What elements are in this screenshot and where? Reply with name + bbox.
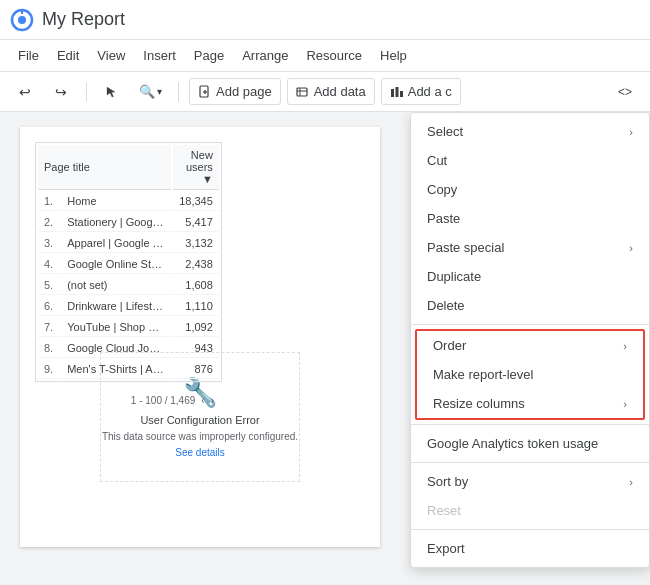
add-chart-button[interactable]: Add a c [381,78,461,105]
ctx-item-order[interactable]: Order› [417,331,643,360]
row-value: 876 [173,360,219,379]
row-value: 18,345 [173,192,219,211]
add-chart-label: Add a c [408,84,452,99]
zoom-icon: 🔍 [139,84,155,99]
table-row: 4.Google Online Store2,438 [38,255,219,274]
error-details-link[interactable]: See details [175,447,224,458]
row-num: 7. [38,318,59,337]
ctx-item-label: Copy [427,182,457,197]
row-page: Google Online Store [61,255,171,274]
title-bar: My Report [0,0,650,40]
ctx-item-paste-special[interactable]: Paste special› [411,233,649,262]
ctx-item-make-report-level[interactable]: Make report-level [417,360,643,389]
add-data-icon [296,85,310,99]
ctx-item-label: Duplicate [427,269,481,284]
zoom-dropdown-icon: ▾ [157,86,162,97]
toolbar-divider-2 [178,82,179,102]
error-title: User Configuration Error [140,414,259,426]
ctx-item-select[interactable]: Select› [411,117,649,146]
row-value: 3,132 [173,234,219,253]
add-page-label: Add page [216,84,272,99]
row-page: Home [61,192,171,211]
app-logo-icon [10,8,34,32]
table-row: 7.YouTube | Shop by Brand | G...1,092 [38,318,219,337]
app-title: My Report [42,9,125,30]
add-page-button[interactable]: Add page [189,78,281,105]
row-num: 3. [38,234,59,253]
row-page: (not set) [61,276,171,295]
svg-rect-6 [297,88,307,96]
table-row: 3.Apparel | Google Merchandis...3,132 [38,234,219,253]
next-page-btn[interactable]: › [211,395,214,406]
ctx-item-sort-by[interactable]: Sort by› [411,467,649,496]
table-pagination: 1 - 100 / 1,469 ‹ › [35,392,220,409]
menu-edit[interactable]: Edit [49,44,87,67]
add-chart-icon [390,85,404,99]
ctx-item-label: Order [433,338,466,353]
ctx-item-copy[interactable]: Copy [411,175,649,204]
ctx-item-label: Paste special [427,240,504,255]
ctx-item-label: Cut [427,153,447,168]
chevron-right-icon: › [623,398,627,410]
row-num: 2. [38,213,59,232]
row-value: 1,092 [173,318,219,337]
row-value: 5,417 [173,213,219,232]
row-page: YouTube | Shop by Brand | G... [61,318,171,337]
context-menu-separator [411,424,649,425]
row-value: 1,110 [173,297,219,316]
table-row: 5.(not set)1,608 [38,276,219,295]
select-tool-button[interactable] [97,77,127,107]
svg-point-1 [18,16,26,24]
menu-page[interactable]: Page [186,44,232,67]
row-num: 5. [38,276,59,295]
ctx-item-export[interactable]: Export [411,534,649,563]
canvas-area: Page title New users ▼ 1.Home18,3452.Sta… [0,112,650,585]
row-num: 8. [38,339,59,358]
row-page: Apparel | Google Merchandis... [61,234,171,253]
zoom-control[interactable]: 🔍 ▾ [133,80,168,103]
row-page: Stationery | Google Merchan... [61,213,171,232]
prev-page-btn[interactable]: ‹ [201,395,204,406]
chevron-right-icon: › [629,242,633,254]
ctx-item-label: Select [427,124,463,139]
context-menu-separator [411,324,649,325]
svg-rect-9 [391,89,394,97]
menu-resource[interactable]: Resource [298,44,370,67]
add-data-button[interactable]: Add data [287,78,375,105]
chevron-right-icon: › [623,340,627,352]
pagination-text: 1 - 100 / 1,469 [131,395,196,406]
table-row: 2.Stationery | Google Merchan...5,417 [38,213,219,232]
menu-bar: File Edit View Insert Page Arrange Resou… [0,40,650,72]
ctx-item-duplicate[interactable]: Duplicate [411,262,649,291]
menu-insert[interactable]: Insert [135,44,184,67]
row-page: Google Cloud Journal [61,339,171,358]
ctx-item-label: Reset [427,503,461,518]
code-button[interactable]: <> [610,77,640,107]
ctx-item-label: Delete [427,298,465,313]
table-row: 6.Drinkware | Lifestyle | Googl...1,110 [38,297,219,316]
table-row: 1.Home18,345 [38,192,219,211]
ctx-item-cut[interactable]: Cut [411,146,649,175]
ctx-item-label: Google Analytics token usage [427,436,598,451]
menu-view[interactable]: View [89,44,133,67]
undo-button[interactable]: ↩ [10,77,40,107]
ctx-item-label: Paste [427,211,460,226]
menu-file[interactable]: File [10,44,47,67]
menu-arrange[interactable]: Arrange [234,44,296,67]
error-description: This data source was improperly configur… [102,431,298,442]
menu-help[interactable]: Help [372,44,415,67]
add-data-label: Add data [314,84,366,99]
toolbar-divider-1 [86,82,87,102]
ctx-item-ga-token-usage[interactable]: Google Analytics token usage [411,429,649,458]
col-new-users: New users ▼ [173,145,219,190]
ctx-item-paste[interactable]: Paste [411,204,649,233]
ctx-item-resize-columns[interactable]: Resize columns› [417,389,643,418]
row-num: 6. [38,297,59,316]
redo-button[interactable]: ↪ [46,77,76,107]
context-menu-separator [411,462,649,463]
cursor-icon [105,85,119,99]
add-page-icon [198,85,212,99]
table-widget-1[interactable]: Page title New users ▼ 1.Home18,3452.Sta… [35,142,220,409]
ctx-item-label: Export [427,541,465,556]
ctx-item-delete[interactable]: Delete [411,291,649,320]
